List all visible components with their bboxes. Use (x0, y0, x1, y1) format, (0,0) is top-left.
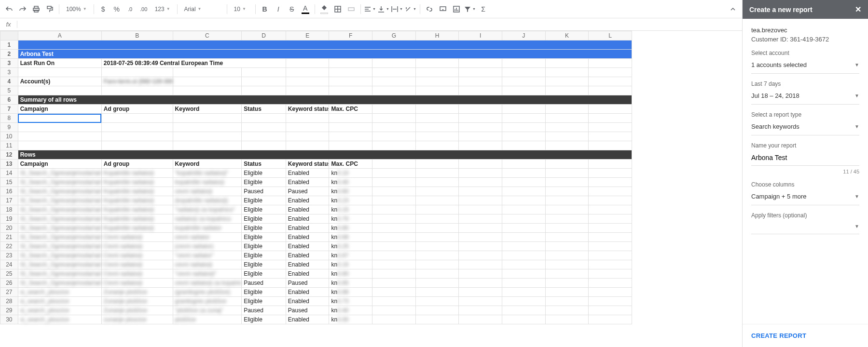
account-select[interactable]: 1 accounts selected ▼ (751, 58, 859, 74)
cell[interactable]: Account(s) (18, 77, 101, 86)
more-formats-select[interactable]: 123▼ (151, 3, 174, 15)
cell[interactable] (545, 187, 589, 196)
cell[interactable] (545, 205, 589, 214)
cell[interactable] (242, 141, 286, 150)
cell[interactable]: Enabled (286, 260, 329, 269)
cell[interactable] (545, 123, 589, 132)
cell[interactable] (173, 77, 242, 86)
cell[interactable] (502, 105, 546, 114)
cell[interactable] (502, 260, 546, 269)
cell[interactable] (502, 59, 546, 68)
cell[interactable]: Kopalniški radiatorji (101, 187, 173, 196)
cell[interactable]: kn0.00 (329, 315, 372, 324)
cell[interactable] (415, 242, 459, 251)
cell[interactable] (545, 178, 589, 187)
cell[interactable] (372, 86, 416, 95)
cell[interactable] (372, 260, 416, 269)
row-header[interactable]: 11 (0, 141, 18, 150)
cell[interactable] (589, 297, 632, 306)
cell[interactable]: Kopalniški radiatorji (101, 169, 173, 178)
cell[interactable]: Eligible (242, 233, 286, 242)
report-type-select[interactable]: Search keywords ▼ (751, 120, 859, 135)
cell[interactable] (459, 114, 502, 123)
cell[interactable]: Zunanje ploščice (101, 297, 173, 306)
cell[interactable]: kn0.60 (329, 187, 372, 196)
cell[interactable] (459, 105, 502, 114)
cell[interactable]: kopalniški radiatorji (173, 178, 242, 187)
cell[interactable]: "radiatorji za kopalnico" (173, 205, 242, 214)
cell[interactable]: Eligible (242, 260, 286, 269)
cell[interactable] (101, 68, 173, 77)
functions-button[interactable]: Σ (477, 3, 490, 15)
cell[interactable] (415, 141, 459, 150)
cell[interactable]: "ploščice za zunaj" (173, 306, 242, 315)
cell[interactable] (589, 251, 632, 260)
cell[interactable] (589, 288, 632, 297)
cell[interactable] (589, 160, 632, 169)
formula-input[interactable] (17, 21, 742, 28)
cell[interactable]: Max. CPC (329, 160, 372, 169)
cell[interactable]: Kopalniški radiatorji (101, 214, 173, 224)
row-header[interactable]: 20 (0, 224, 18, 233)
cell[interactable] (502, 251, 546, 260)
cell[interactable] (459, 169, 502, 178)
cell[interactable]: cevni radiator (173, 233, 242, 242)
bold-button[interactable]: B (259, 3, 271, 15)
cell[interactable]: Kopalniški radiatorji (101, 178, 173, 187)
cell[interactable]: granitogres ploščice (173, 297, 242, 306)
cell[interactable]: Paused (242, 187, 286, 196)
col-header[interactable]: A (18, 31, 101, 40)
cell[interactable] (329, 114, 372, 123)
cell[interactable] (502, 242, 546, 251)
col-header[interactable]: F (329, 31, 372, 40)
cell[interactable] (286, 141, 329, 150)
cell[interactable] (415, 297, 459, 306)
row-header[interactable]: 30 (0, 315, 18, 324)
cell[interactable] (502, 306, 546, 315)
percent-button[interactable]: % (110, 3, 123, 15)
cell[interactable] (415, 132, 459, 141)
col-header[interactable]: C (173, 31, 242, 40)
cell[interactable] (459, 233, 502, 242)
cell[interactable]: SI_Search_Ogrevanje/voda/radiatorji (18, 251, 101, 260)
cell[interactable] (545, 114, 589, 123)
cell[interactable]: SI_Search_Ogrevanje/voda/radiatorji (18, 169, 101, 178)
cell[interactable] (415, 160, 459, 169)
insert-comment-button[interactable] (437, 3, 449, 15)
cell[interactable] (459, 160, 502, 169)
cell[interactable] (415, 196, 459, 205)
cell[interactable]: si_search_ploscice (18, 297, 101, 306)
cell[interactable]: Eligible (242, 288, 286, 297)
cell[interactable] (415, 233, 459, 242)
cell[interactable] (415, 288, 459, 297)
cell[interactable]: SI_Search_Ogrevanje/voda/radiatorji (18, 196, 101, 205)
cell[interactable] (459, 315, 502, 324)
col-header[interactable]: E (286, 31, 329, 40)
cell[interactable]: kn0.80 (329, 224, 372, 233)
cell[interactable] (329, 132, 372, 141)
cell[interactable] (372, 77, 416, 86)
cell[interactable]: Zunanje ploščice (101, 306, 173, 315)
cell[interactable]: "kopalniški radiatorji" (173, 169, 242, 178)
cell[interactable]: Cevni radiatorji (101, 233, 173, 242)
cell[interactable] (372, 279, 416, 288)
filter-button[interactable]: ▼ (464, 3, 476, 15)
cell[interactable]: Eligible (242, 214, 286, 224)
cell[interactable]: Eligible (242, 178, 286, 187)
cell[interactable] (415, 178, 459, 187)
cell[interactable] (18, 68, 101, 77)
cell[interactable] (459, 86, 502, 95)
cell[interactable] (589, 86, 632, 95)
cell[interactable] (242, 86, 286, 95)
cell[interactable] (589, 306, 632, 315)
date-range-select[interactable]: Jul 18 – 24, 2018 ▼ (751, 89, 859, 105)
cell[interactable]: kn0.65 (329, 279, 372, 288)
font-select[interactable]: Arial▼ (180, 3, 224, 15)
cell[interactable] (545, 224, 589, 233)
cell[interactable]: Cevni radiatorji (101, 260, 173, 269)
cell[interactable] (459, 123, 502, 132)
cell[interactable] (286, 77, 329, 86)
cell[interactable] (372, 297, 416, 306)
cell[interactable] (545, 214, 589, 224)
cell[interactable]: zunanje ploscice (101, 315, 173, 324)
